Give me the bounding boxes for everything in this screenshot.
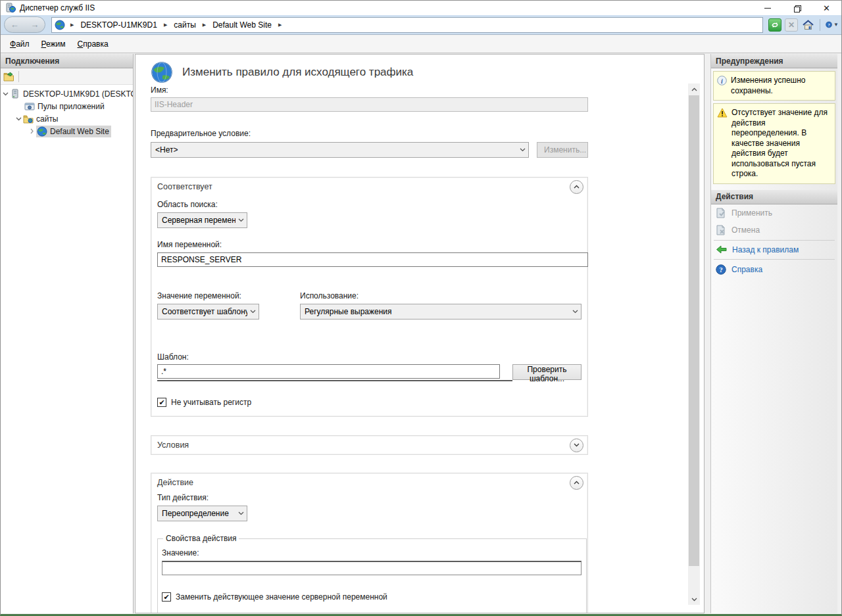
chevron-down-icon <box>520 148 526 152</box>
tree-item-app-pools[interactable]: Пулы приложений <box>1 100 133 112</box>
tree-item-server[interactable]: DESKTOP-U1MK9D1 (DESKTOP <box>1 87 133 100</box>
tree-item-label: сайты <box>36 114 59 124</box>
main-scrollbar[interactable] <box>688 83 700 605</box>
chevron-down-icon <box>572 310 578 314</box>
collapse-match-button[interactable] <box>570 180 583 194</box>
chevron-right-icon[interactable] <box>27 128 36 134</box>
value-field[interactable] <box>162 561 582 575</box>
using-select[interactable]: Регулярные выражения <box>300 304 582 320</box>
back-button[interactable]: ← <box>11 20 19 30</box>
actions-header: Действия <box>711 190 837 204</box>
scrollbar-thumb[interactable] <box>689 95 699 566</box>
precondition-value: <Нет> <box>155 145 517 154</box>
forward-button[interactable]: → <box>30 20 39 30</box>
stop-icon: ✕ <box>788 20 795 30</box>
menu-help[interactable]: Справка <box>72 37 114 51</box>
menu-bar: Файл Режим Справка <box>1 36 841 53</box>
back-arrow-icon <box>716 245 727 254</box>
home-button[interactable] <box>801 18 814 32</box>
chevron-up-icon <box>574 481 580 485</box>
checkbox-checked-icon[interactable]: ✔ <box>162 592 171 602</box>
tree-item-default-web-site[interactable]: Default Web Site <box>1 125 133 137</box>
globe-icon <box>55 20 65 30</box>
conditions-section: Условия <box>151 435 588 455</box>
menu-view[interactable]: Режим <box>36 37 72 51</box>
toolbar-separator <box>820 19 820 31</box>
titlebar: Диспетчер служб IIS ✕ <box>1 1 841 15</box>
home-icon <box>803 20 814 30</box>
selected-tree-item[interactable]: Default Web Site <box>36 126 111 137</box>
breadcrumb-separator-icon: ▶ <box>203 22 206 28</box>
action-section-title: Действие <box>157 478 570 487</box>
actions-separator <box>714 259 835 260</box>
help-action-label: Справка <box>731 265 762 274</box>
action-properties-title: Свойства действия <box>163 534 239 543</box>
expand-conditions-button[interactable] <box>570 438 583 452</box>
using-value: Регулярные выражения <box>305 307 570 316</box>
chevron-up-icon <box>691 87 697 91</box>
refresh-button[interactable] <box>768 18 781 32</box>
save-connection-button[interactable] <box>3 72 14 82</box>
chevron-down-icon <box>691 598 697 602</box>
tree-item-label: Default Web Site <box>50 127 109 136</box>
collapse-action-button[interactable] <box>570 476 583 490</box>
right-panel: Предупреждения i Изменения успешно сохра… <box>710 54 837 613</box>
stop-button: ✕ <box>785 18 798 32</box>
chevron-down-icon <box>238 511 244 515</box>
breadcrumb-item-sites[interactable]: сайты <box>172 19 197 31</box>
conditions-section-title: Условия <box>157 440 570 450</box>
window-title: Диспетчер служб IIS <box>20 3 95 12</box>
test-pattern-button[interactable]: Проверить шаблон... <box>512 364 582 380</box>
iis-manager-window: Диспетчер служб IIS ✕ ← → ▶ DESKTOP-U1MK… <box>0 0 842 616</box>
help-button[interactable]: ? ▼ <box>826 18 839 32</box>
restore-button[interactable] <box>782 1 812 15</box>
precondition-select[interactable]: <Нет> <box>151 142 529 158</box>
back-to-rules-label: Назад к правилам <box>732 245 799 254</box>
alerts-header: Предупреждения <box>711 54 837 68</box>
ignore-case-label: Не учитывать регистр <box>171 398 251 407</box>
help-action[interactable]: ? Справка <box>711 261 837 278</box>
checkbox-checked-icon[interactable]: ✔ <box>157 398 166 407</box>
chevron-up-icon <box>574 185 580 189</box>
breadcrumb-item-default-web-site[interactable]: Default Web Site <box>211 19 273 31</box>
variable-name-field[interactable] <box>157 252 588 267</box>
close-button[interactable]: ✕ <box>812 1 841 15</box>
chevron-down-icon <box>250 310 256 314</box>
refresh-icon <box>771 21 779 29</box>
menu-file[interactable]: Файл <box>4 37 36 51</box>
info-alert-text: Изменения успешно сохранены. <box>731 76 832 96</box>
scroll-down-button[interactable] <box>688 594 700 605</box>
scope-select[interactable]: Серверная переменн <box>157 212 247 228</box>
pattern-field[interactable] <box>157 364 500 379</box>
replace-value-row[interactable]: ✔ Заменить действующее значение серверно… <box>162 592 582 602</box>
using-label: Использование: <box>300 291 582 300</box>
tree-item-sites[interactable]: сайты <box>1 112 133 125</box>
back-to-rules-action[interactable]: Назад к правилам <box>711 242 837 258</box>
main-content: Изменить правило для исходящего трафика … <box>135 54 705 613</box>
operation-select[interactable]: Соответствует шаблону <box>157 304 259 320</box>
action-type-select[interactable]: Переопределение <box>157 506 247 521</box>
chevron-down-icon[interactable] <box>1 92 10 96</box>
action-section: Действие Тип действия: Переопределение <box>151 473 588 613</box>
folder-arrow-icon <box>3 72 14 82</box>
info-alert: i Изменения успешно сохранены. <box>713 71 835 101</box>
help-dropdown-icon: ▼ <box>833 22 839 28</box>
connections-toolbar <box>1 68 133 85</box>
breadcrumb-separator-icon: ▶ <box>278 22 282 28</box>
scope-value: Серверная переменн <box>162 216 235 225</box>
apply-action-label: Применить <box>731 208 772 218</box>
minimize-button[interactable] <box>753 1 782 15</box>
address-bar: ← → ▶ DESKTOP-U1MK9D1 ▶ сайты ▶ Default … <box>1 15 841 35</box>
operation-value: Соответствует шаблону <box>162 307 247 316</box>
iis-app-icon <box>5 3 16 13</box>
connections-panel: Подключения <box>1 54 134 613</box>
name-field <box>151 97 588 112</box>
cancel-action: Отмена <box>711 222 837 239</box>
scroll-up-button[interactable] <box>688 83 700 95</box>
edit-precondition-button: Изменить... <box>537 142 588 158</box>
pattern-focus-underline <box>157 380 512 381</box>
navigation-buttons: ← → <box>4 16 45 33</box>
breadcrumb-item-server[interactable]: DESKTOP-U1MK9D1 <box>79 19 158 31</box>
chevron-down-icon[interactable] <box>14 117 23 121</box>
ignore-case-row[interactable]: ✔ Не учитывать регистр <box>157 398 582 407</box>
